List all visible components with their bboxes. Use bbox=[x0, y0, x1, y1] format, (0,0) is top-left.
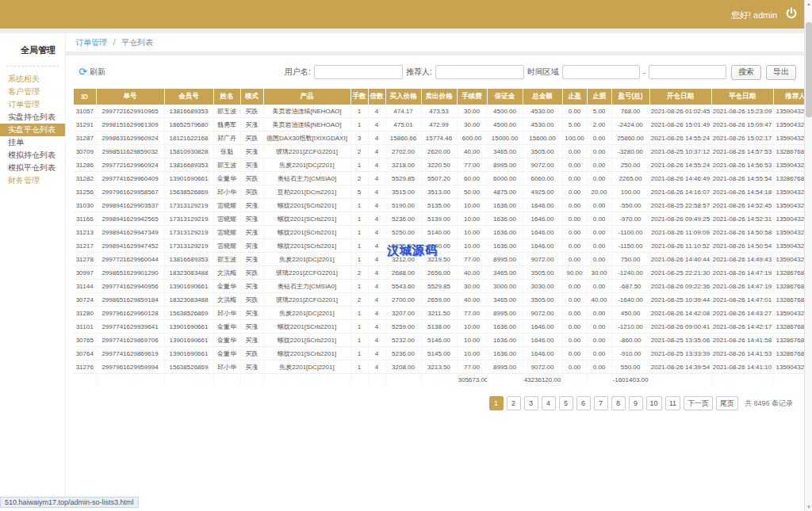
cell: 0.00 bbox=[562, 293, 587, 307]
cell: 奥钴石主力[CMSIA0] bbox=[263, 280, 350, 293]
cell: 13590432587 bbox=[773, 360, 804, 374]
cell: 焦炭2201[DCj2201] bbox=[263, 158, 350, 172]
page-5[interactable]: 5 bbox=[559, 396, 573, 410]
page-7[interactable]: 7 bbox=[594, 396, 608, 410]
cell: 0.00 bbox=[587, 347, 611, 360]
page-11[interactable]: 11 bbox=[665, 396, 680, 410]
last-page-button[interactable]: 尾页 bbox=[716, 396, 738, 410]
logout-power-icon[interactable] bbox=[785, 7, 798, 20]
cell: 2998651629901290 bbox=[96, 266, 164, 280]
sidebar-item-财务管理[interactable]: 财务管理 bbox=[0, 174, 65, 187]
cell: 2021-08-26 14:52:31 bbox=[711, 212, 773, 226]
cell: 13286768095 bbox=[773, 347, 804, 360]
page-4[interactable]: 4 bbox=[542, 396, 556, 410]
page-2[interactable]: 2 bbox=[507, 396, 521, 410]
scroll-down-icon[interactable]: ▼ bbox=[805, 503, 812, 511]
cell: 4530.00 bbox=[523, 105, 562, 118]
cell: 1636.00 bbox=[487, 212, 523, 226]
cell: 0.00 bbox=[562, 172, 587, 185]
sidebar-item-模拟平仓列表[interactable]: 模拟平仓列表 bbox=[0, 162, 65, 174]
cell: 100.00 bbox=[611, 185, 649, 199]
cell: 5146.00 bbox=[421, 334, 457, 347]
cell: 2688.00 bbox=[385, 266, 421, 280]
cell: -3280.00 bbox=[611, 145, 649, 158]
page-6[interactable]: 6 bbox=[576, 396, 591, 410]
breadcrumb-parent-link[interactable]: 订单管理 bbox=[75, 38, 107, 47]
cell: 2998631629960924 bbox=[96, 132, 164, 145]
cell: 0.00 bbox=[562, 253, 587, 266]
cell: 5236.00 bbox=[385, 347, 421, 360]
page-8[interactable]: 8 bbox=[611, 396, 626, 410]
page-1[interactable]: 1 bbox=[489, 396, 504, 410]
page-9[interactable]: 9 bbox=[629, 396, 643, 410]
cell: 2021-08-25 10:39:44 bbox=[649, 293, 711, 307]
cell: 10.00 bbox=[457, 226, 487, 239]
sidebar-item-订单管理[interactable]: 订单管理 bbox=[0, 98, 65, 111]
time-end-input[interactable] bbox=[649, 65, 726, 79]
username-label: 用户名: bbox=[285, 67, 311, 78]
table-row: 31101299774162993964113901690661金重华买涨螺纹2… bbox=[74, 320, 804, 334]
cell: 13286768095 bbox=[773, 172, 804, 185]
main-content: 订单管理 / 平仓列表 ⟳ 刷新 用户名: 推荐人: 时间区域 - 搜索 导出 bbox=[66, 33, 804, 511]
cell: 2021-08-26 14:47:01 bbox=[711, 293, 773, 307]
cell: 1 bbox=[350, 158, 368, 172]
cell: 0.00 bbox=[562, 360, 587, 374]
sidebar-item-挂单[interactable]: 挂单 bbox=[0, 136, 65, 149]
table-row: 31256299796162995856715638526869邱小华买跌豆粕2… bbox=[74, 185, 804, 199]
sidebar-item-实盘持仓列表[interactable]: 实盘持仓列表 bbox=[0, 111, 65, 124]
username-input[interactable] bbox=[314, 65, 403, 79]
sidebar-item-实盘平仓列表[interactable]: 实盘平仓列表 bbox=[0, 124, 65, 136]
vertical-scrollbar[interactable]: ▲ ▼ bbox=[804, 0, 812, 511]
cell: 13590432587 bbox=[773, 226, 804, 239]
page-3[interactable]: 3 bbox=[524, 396, 538, 410]
cell: 2021-08-26 14:42:08 bbox=[649, 307, 711, 320]
cell: -860.00 bbox=[611, 334, 649, 347]
cell bbox=[368, 374, 385, 386]
cell: 1636.00 bbox=[487, 334, 523, 347]
column-header: 倍数 bbox=[368, 89, 385, 105]
cell: 2997741629869619 bbox=[96, 347, 164, 360]
cell: 1646.00 bbox=[523, 212, 562, 226]
cell: 10.00 bbox=[457, 212, 487, 226]
referrer-input[interactable] bbox=[435, 65, 524, 79]
cell: 2997741629960409 bbox=[96, 172, 164, 185]
scrollbar-thumb[interactable] bbox=[806, 22, 812, 117]
cell: 3513.00 bbox=[421, 185, 457, 199]
cell: 螺纹2201[SCrb2201] bbox=[263, 320, 350, 334]
cell: 1 bbox=[350, 347, 368, 360]
cell: 豆粕2201[DCm2201] bbox=[263, 185, 350, 199]
sidebar-item-模拟持仓列表[interactable]: 模拟持仓列表 bbox=[0, 149, 65, 162]
cell: 邵玉波 bbox=[213, 253, 240, 266]
pagination: 1234567891011下一页尾页共 8496 条记录 bbox=[74, 396, 796, 410]
cell: -1240.00 bbox=[611, 266, 649, 280]
records-count: 共 8496 条记录 bbox=[745, 399, 793, 409]
cell: 0.00 bbox=[587, 239, 611, 253]
cell: 1 bbox=[350, 118, 368, 132]
export-button[interactable]: 导出 bbox=[766, 65, 796, 80]
cell: 玻璃2201[ZCFG2201] bbox=[263, 145, 350, 158]
cell: 4 bbox=[368, 293, 385, 307]
page-10[interactable]: 10 bbox=[646, 396, 662, 410]
cell: 0.00 bbox=[562, 347, 587, 360]
search-button[interactable]: 搜索 bbox=[731, 65, 761, 80]
cell: 15860.66 bbox=[385, 132, 421, 145]
cell: 20.00 bbox=[587, 185, 611, 199]
cell: 2997741629939641 bbox=[96, 320, 164, 334]
cell: 31213 bbox=[74, 226, 96, 239]
cell: 9072.00 bbox=[523, 158, 562, 172]
cell: 13286768095 bbox=[773, 320, 804, 334]
refresh-button[interactable]: ⟳ 刷新 bbox=[79, 67, 105, 78]
cell: 9072.00 bbox=[523, 360, 562, 374]
column-header: ID bbox=[74, 89, 96, 105]
cell: 2021-08-25 22:58:57 bbox=[649, 199, 711, 212]
scroll-up-icon[interactable]: ▲ bbox=[805, 0, 812, 8]
column-header: 推荐人 bbox=[773, 89, 804, 105]
sidebar-item-客户管理[interactable]: 客户管理 bbox=[0, 86, 65, 98]
sidebar-item-系统相关[interactable]: 系统相关 bbox=[0, 73, 65, 86]
time-start-input[interactable] bbox=[562, 65, 640, 79]
next-page-button[interactable]: 下一页 bbox=[684, 396, 713, 410]
cell: 2702.00 bbox=[385, 145, 421, 158]
cell: 4925.00 bbox=[523, 185, 562, 199]
cell: 2620.00 bbox=[421, 145, 457, 158]
cell: 4 bbox=[368, 172, 385, 185]
